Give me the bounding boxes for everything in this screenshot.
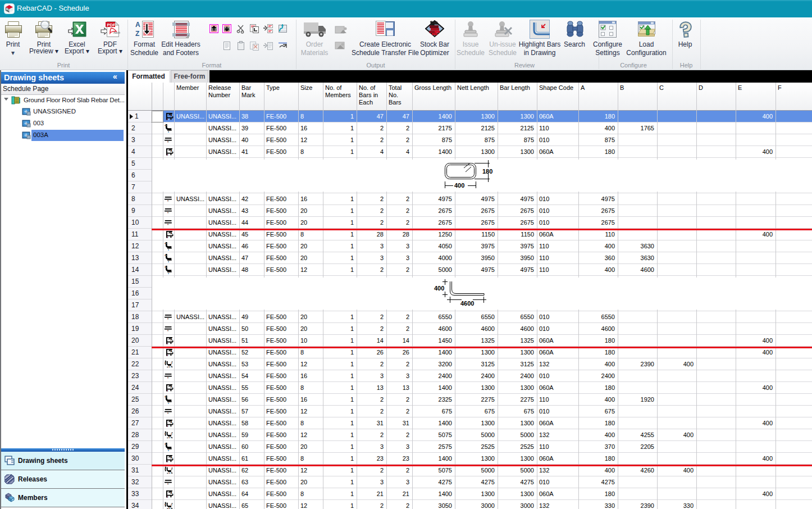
svg-text:400: 400 <box>434 285 444 292</box>
svg-text:Z: Z <box>135 30 139 38</box>
svg-text:4600: 4600 <box>460 300 474 307</box>
svg-text:A: A <box>135 21 140 29</box>
svg-text:PDF: PDF <box>107 22 116 28</box>
svg-text:180: 180 <box>482 168 492 175</box>
svg-text:400: 400 <box>454 182 464 189</box>
svg-text:Adobe: Adobe <box>113 31 120 34</box>
